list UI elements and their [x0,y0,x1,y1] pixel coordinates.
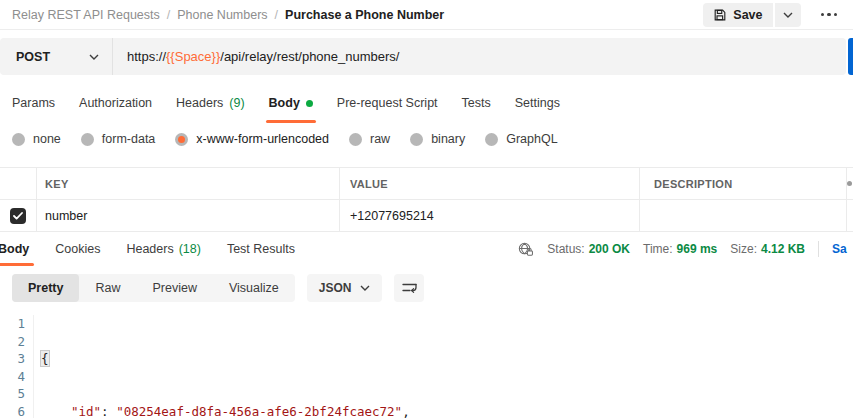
tab-params[interactable]: Params [0,83,67,123]
line-number-gutter: 1 2 3 4 5 6 [0,315,34,418]
response-tab-headers[interactable]: Headers (18) [113,232,213,266]
wrap-text-button[interactable] [394,274,424,302]
radio-icon [485,133,498,146]
param-description-cell[interactable] [640,200,847,231]
view-mode-preview[interactable]: Preview [136,274,212,302]
url-variable: {{Space}} [166,49,220,64]
response-tab-body[interactable]: Body [0,232,42,266]
tab-settings[interactable]: Settings [503,83,572,123]
breadcrumb-separator: / [275,8,278,22]
tab-headers[interactable]: Headers (9) [164,83,257,123]
code-line: { [41,350,410,368]
table-row: number +12077695214 [0,200,853,232]
response-tab-cookies[interactable]: Cookies [42,232,113,266]
urlencoded-params-table: KEY VALUE DESCRIPTION number +1207769521… [0,167,853,232]
more-options-button[interactable] [815,9,844,21]
mode-raw[interactable]: raw [349,132,390,146]
request-url-row: POST https://{{Space}}/api/relay/rest/ph… [0,30,853,83]
response-meta: Status: 200 OK Time: 969 ms Size: 4.12 K… [517,232,853,266]
tab-pre-request-script[interactable]: Pre-request Script [325,83,450,123]
column-header-key: KEY [37,168,340,199]
breadcrumb-request-name[interactable]: Purchase a Phone Number [285,8,444,22]
param-key-cell[interactable]: number [37,200,340,231]
column-header-value: VALUE [340,168,640,199]
response-headers-count-badge: (18) [179,242,201,256]
postman-request-window: Relay REST API Requests / Phone Numbers … [0,0,853,418]
wrap-text-icon [401,281,418,295]
response-size: Size: 4.12 KB [730,242,805,256]
response-time: Time: 969 ms [643,242,717,256]
method-label: POST [16,50,50,64]
save-response-link-partial[interactable]: Sa [832,242,853,256]
radio-icon [81,133,94,146]
status-badge: Status: 200 OK [547,242,630,256]
column-header-description: DESCRIPTION [640,168,847,199]
ellipsis-icon [821,13,825,17]
response-tabs: Body Cookies Headers (18) Test Results [0,232,308,266]
method-select[interactable]: POST [0,38,113,75]
url-prefix: https:// [127,49,166,64]
table-header-row: KEY VALUE DESCRIPTION [0,168,853,200]
body-has-content-dot-icon [306,100,313,107]
mode-binary[interactable]: binary [410,132,465,146]
check-icon [13,212,23,220]
headers-count-badge: (9) [229,96,244,110]
request-tabs: Params Authorization Headers (9) Body Pr… [0,83,853,123]
url-bar: POST https://{{Space}}/api/relay/rest/ph… [0,38,846,75]
chevron-down-icon [360,285,370,291]
view-mode-pretty[interactable]: Pretty [12,274,79,302]
tab-authorization[interactable]: Authorization [67,83,164,123]
breadcrumb-collection[interactable]: Relay REST API Requests [12,8,160,22]
save-split-button: Save [703,3,800,27]
code-content: { "id": "08254eaf-d8fa-456a-afe6-2bf24fc… [34,315,410,418]
radio-icon [12,133,25,146]
language-label: JSON [319,281,352,295]
save-button[interactable]: Save [703,3,772,27]
response-viewer-toolbar: Pretty Raw Preview Visualize JSON [0,266,853,310]
view-mode-visualize[interactable]: Visualize [213,274,295,302]
row-enabled-checkbox[interactable] [10,208,26,224]
mode-x-www-form-urlencoded[interactable]: x-www-form-urlencoded [175,132,329,146]
breadcrumb: Relay REST API Requests / Phone Numbers … [12,8,444,22]
view-mode-raw[interactable]: Raw [79,274,136,302]
active-tab-underline [266,120,316,123]
body-mode-selector: none form-data x-www-form-urlencoded raw… [0,123,853,155]
floppy-disk-icon [713,8,727,22]
network-globe-lock-icon[interactable] [517,242,534,257]
radio-selected-icon [175,133,188,146]
save-options-button[interactable] [775,3,801,27]
mode-form-data[interactable]: form-data [81,132,156,146]
breadcrumb-separator: / [167,8,170,22]
save-button-label: Save [733,8,762,22]
send-button-partial[interactable] [848,38,853,75]
mode-graphql[interactable]: GraphQL [485,132,557,146]
divider [818,241,819,257]
radio-icon [349,133,362,146]
topbar: Relay REST API Requests / Phone Numbers … [0,0,853,30]
url-input[interactable]: https://{{Space}}/api/relay/rest/phone_n… [113,49,399,64]
table-options-partial-icon [847,181,852,186]
tab-body[interactable]: Body [257,83,325,123]
tab-tests[interactable]: Tests [450,83,503,123]
mode-none[interactable]: none [12,132,61,146]
chevron-down-icon [783,12,793,18]
param-value-cell[interactable]: +12077695214 [340,200,640,231]
code-line: "id": "08254eaf-d8fa-456a-afe6-2bf24fcae… [41,403,410,418]
language-select[interactable]: JSON [307,274,383,302]
view-mode-segmented-control: Pretty Raw Preview Visualize [12,274,295,302]
url-path: /api/relay/rest/phone_numbers/ [220,49,399,64]
response-tab-test-results[interactable]: Test Results [214,232,308,266]
active-tab-underline [0,263,34,266]
chevron-down-icon [89,54,99,60]
radio-icon [410,133,423,146]
response-body-code[interactable]: 1 2 3 4 5 6 { "id": "08254eaf-d8fa-456a-… [0,310,853,418]
breadcrumb-folder[interactable]: Phone Numbers [177,8,267,22]
response-header: Body Cookies Headers (18) Test Results S… [0,232,853,266]
